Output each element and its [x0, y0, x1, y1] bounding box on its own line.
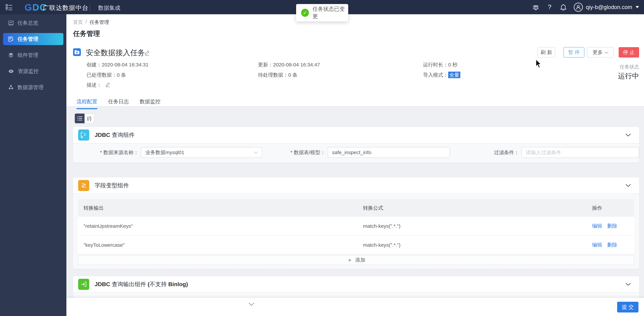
nav-list-icon[interactable]: [6, 4, 12, 10]
edit-link[interactable]: 编辑: [592, 242, 602, 248]
collapse-chevron-icon[interactable]: [625, 283, 631, 286]
field-filter: 过滤条件：: [494, 147, 639, 158]
pending-value: 0 条: [288, 72, 298, 78]
submit-button[interactable]: 提 交: [617, 302, 638, 313]
jdbc-output-icon: [78, 279, 89, 290]
card-jdbc-query: JDBC 查询组件 * 数据来源名称： 业务数据mysql01 * 数: [73, 127, 639, 162]
flow-config-content: {/} JDBC 查询组件 * 数据来源名称： 业务数据mysql: [66, 107, 644, 316]
updated-value: 2020-08-04 16:34:47: [273, 62, 320, 67]
col-output-header: 转换输出: [78, 205, 363, 211]
sidebar-item-task-overview[interactable]: 任务总览: [3, 17, 63, 29]
refresh-button[interactable]: 刷 新: [538, 47, 555, 57]
sidebar: 任务总览 任务管理 组件管理 资源监控 数据源管理: [0, 14, 66, 316]
processed-value: 0 条: [117, 72, 126, 78]
import-mode-label: 导入模式：: [423, 72, 448, 78]
required-asterisk: *: [290, 150, 292, 155]
processed-label: 已处理数据：: [86, 72, 117, 78]
bell-icon[interactable]: [560, 4, 567, 10]
runtime-value: 0 秒: [448, 62, 458, 67]
required-asterisk: *: [100, 150, 102, 155]
sidebar-item-label: 任务总览: [18, 19, 38, 26]
navbar-divider: [90, 3, 90, 11]
more-button[interactable]: 更多: [587, 47, 614, 57]
task-action-buttons: 刷 新 暂 停 更多 停 止: [538, 47, 639, 57]
col-formula-header: 转换公式: [363, 205, 592, 211]
user-caret-icon: [636, 6, 639, 8]
edit-link[interactable]: 编辑: [592, 223, 602, 229]
breadcrumb-home[interactable]: 首页: [73, 19, 83, 26]
help-icon[interactable]: ?: [546, 4, 553, 10]
table-row: "retainUpstreamKeys" match-keys(".*.") 编…: [78, 217, 634, 236]
list-view-button[interactable]: [75, 114, 84, 123]
ops-header-label: 操作: [592, 205, 602, 211]
add-label: 添加: [355, 257, 365, 264]
task-type-icon: [73, 48, 81, 56]
user-email: qiy-b@glodon.com: [586, 4, 632, 10]
sidebar-item-label: 组件管理: [18, 52, 38, 59]
transform-table-header: 转换输出 转换公式 操作: [78, 199, 634, 217]
sidebar-item-resource-monitor[interactable]: 资源监控: [3, 65, 63, 77]
task-status-label: 任务状态: [620, 64, 639, 70]
edit-task-name-icon[interactable]: [144, 50, 150, 56]
cell-output: "keyToLowercase": [78, 242, 363, 248]
field-transform-icon: [78, 180, 89, 191]
success-check-icon: ✓: [301, 9, 309, 17]
datasource-label: 数据来源名称：: [103, 149, 139, 156]
runtime-label: 运行时长：: [423, 62, 448, 67]
page-title: 任务管理: [73, 29, 100, 38]
table-row: "keyToLowercase" match-keys(".*.") 编辑 删除: [78, 236, 634, 255]
card-field-transform-header[interactable]: 字段变型组件: [73, 177, 639, 194]
product-title: 广联达数据中台: [43, 4, 88, 12]
card-jdbc-output-header[interactable]: JDBC 查询输出组件 (不支持 Binlog): [73, 276, 639, 293]
card-field-transform: 字段变型组件 转换输出 转换公式 操作 "retainUpstreamKeys"…: [73, 177, 639, 269]
description-label: 描述：: [86, 82, 102, 89]
stop-button[interactable]: 停 止: [618, 47, 639, 57]
delete-link[interactable]: 删除: [607, 242, 617, 248]
sidebar-item-component-management[interactable]: 组件管理: [3, 49, 63, 61]
view-toggle: {/}: [75, 114, 94, 123]
card-jdbc-query-header[interactable]: JDBC 查询组件: [73, 127, 639, 144]
created-label: 创建：: [86, 62, 102, 67]
pause-button[interactable]: 暂 停: [564, 47, 584, 57]
user-menu[interactable]: qiy-b@glodon.com: [574, 3, 639, 12]
jdbc-query-icon: [78, 130, 89, 141]
edit-description-icon[interactable]: [105, 82, 110, 88]
panel-collapse-chevron-icon[interactable]: [248, 302, 254, 306]
add-transform-button[interactable]: ＋ 添加: [78, 255, 634, 265]
cell-formula: match-keys(".*."): [363, 223, 592, 229]
table-model-label: 数据表/模型：: [294, 149, 325, 156]
delete-link[interactable]: 删除: [607, 223, 617, 229]
breadcrumb-separator: /: [86, 19, 87, 26]
plus-icon: ＋: [347, 256, 352, 264]
meta-processed: 已处理数据：0 条: [86, 72, 126, 78]
nav-item-data-integration[interactable]: 数据集成: [98, 4, 120, 12]
task-name: 安全数据接入任务: [86, 48, 145, 58]
sidebar-item-datasource-management[interactable]: 数据源管理: [3, 81, 63, 93]
collapse-chevron-icon[interactable]: [625, 184, 631, 187]
code-view-button[interactable]: {/}: [84, 114, 94, 123]
filter-input[interactable]: [526, 150, 635, 155]
card-title: 字段变型组件: [94, 182, 620, 189]
more-button-label: 更多: [592, 49, 603, 56]
meta-pending: 待处理数据：0 条: [258, 72, 298, 78]
jdbc-query-form: * 数据来源名称： 业务数据mysql01 * 数据表/模型：: [73, 144, 639, 162]
card-title: JDBC 查询输出组件 (不支持 Binlog): [94, 281, 620, 288]
more-caret-icon: [605, 51, 608, 54]
breadcrumb-current: 任务管理: [90, 19, 109, 26]
page-header: 首页 / 任务管理 任务管理 安全数据接入任务 刷 新 暂 停 更多 停 止: [66, 14, 644, 107]
sidebar-item-task-management[interactable]: 任务管理: [3, 33, 63, 45]
meta-import-mode: 导入模式：全量: [423, 72, 460, 78]
app-window: GDC 广联达数据中台 数据集成 ? qiy-b@glodon.com: [0, 0, 644, 316]
filter-label: 过滤条件：: [494, 149, 519, 156]
table-model-input[interactable]: [332, 150, 446, 155]
filter-input-wrap: [522, 147, 639, 158]
toast-notification: ✓ 任务状态已变更: [296, 4, 348, 21]
sidebar-item-label: 任务管理: [18, 35, 38, 43]
main-area: 首页 / 任务管理 任务管理 安全数据接入任务 刷 新 暂 停 更多 停 止: [66, 14, 644, 316]
sidebar-item-label: 数据源管理: [18, 84, 44, 91]
bug-icon[interactable]: [532, 4, 539, 10]
collapse-chevron-icon[interactable]: [625, 133, 631, 137]
meta-runtime: 运行时长：0 秒: [423, 61, 458, 68]
datasource-select[interactable]: 业务数据mysql01: [141, 147, 262, 158]
field-table-model: * 数据表/模型：: [290, 147, 450, 158]
